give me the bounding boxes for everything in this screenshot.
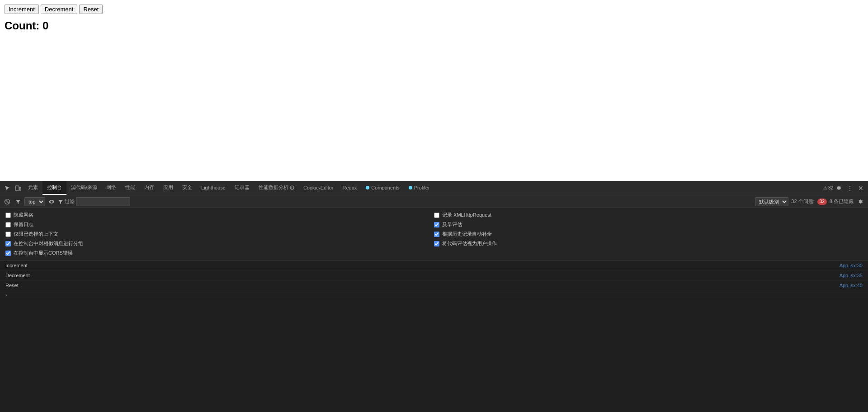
console-row-text-increment: Increment	[5, 263, 840, 268]
console-output: Increment App.jsx:30 Decrement App.jsx:3…	[0, 260, 868, 336]
filter-label: 过滤	[65, 198, 75, 205]
devtools-panel: 元素 控制台 源代码/来源 网络 性能 内存 应用 安全 Lighthouse …	[0, 181, 868, 412]
console-row-reset[interactable]: Reset App.jsx:40	[0, 280, 868, 290]
toolbar-right: 默认级别 32 个问题: 32 8 条已隐藏	[755, 197, 865, 206]
filter-icon[interactable]	[14, 197, 23, 206]
hide-network-checkbox[interactable]	[5, 213, 11, 218]
tab-recorder[interactable]: 记录器	[230, 181, 254, 195]
console-prompt-arrow: ›	[5, 293, 7, 298]
reset-button[interactable]: Reset	[79, 5, 103, 14]
svg-rect-0	[15, 186, 19, 190]
log-xhr-option[interactable]: 记录 XMLHttpRequest	[434, 212, 863, 218]
console-row-link-decrement[interactable]: App.jsx:35	[840, 273, 863, 278]
already-hidden-text: 8 条已隐藏	[830, 198, 854, 205]
tab-profiler[interactable]: Profiler	[404, 181, 434, 195]
settings-gear-icon[interactable]	[834, 183, 844, 194]
user-activation-checkbox[interactable]	[434, 241, 439, 246]
issues-badge: 32	[817, 199, 827, 205]
issues-text: 32 个问题:	[791, 198, 814, 205]
app-count: Count: 0	[5, 19, 863, 32]
tab-redux[interactable]: Redux	[338, 181, 362, 195]
tab-elements[interactable]: 元素	[24, 181, 42, 195]
log-xhr-checkbox[interactable]	[434, 213, 439, 218]
tab-lighthouse[interactable]: Lighthouse	[197, 181, 230, 195]
app-area: Increment Decrement Reset Count: 0	[0, 0, 868, 181]
tab-security[interactable]: 安全	[178, 181, 197, 195]
console-settings-icon[interactable]	[856, 197, 865, 206]
issues-icon[interactable]: ⚠ 32	[823, 183, 834, 194]
console-row-prompt[interactable]: ›	[0, 290, 868, 300]
tab-application[interactable]: 应用	[159, 181, 178, 195]
profiler-dot	[409, 186, 412, 189]
tab-sources[interactable]: 源代码/来源	[66, 181, 102, 195]
svg-text:i: i	[291, 186, 292, 189]
tab-components[interactable]: Components	[361, 181, 404, 195]
svg-line-5	[6, 200, 9, 203]
tab-network[interactable]: 网络	[102, 181, 121, 195]
components-dot	[366, 186, 369, 189]
filter-container: 过滤	[58, 197, 130, 206]
context-selector[interactable]: top	[24, 197, 45, 206]
console-row-text-decrement: Decrement	[5, 273, 840, 278]
autocomplete-option[interactable]: 根据历史记录自动补全	[434, 231, 863, 237]
preserve-log-option[interactable]: 保留日志	[5, 221, 434, 228]
console-settings-panel: 隐藏网络 保留日志 仅限已选择的上下文 在控制台中对相似消息进行分组 在控制台中…	[0, 208, 868, 260]
tab-memory[interactable]: 内存	[140, 181, 159, 195]
issues-tab-count: 32	[828, 185, 833, 190]
app-buttons: Increment Decrement Reset	[5, 5, 863, 14]
console-row-increment[interactable]: Increment App.jsx:30	[0, 260, 868, 270]
inspect-icon[interactable]	[2, 183, 13, 194]
eye-icon[interactable]	[47, 197, 56, 206]
selected-context-checkbox[interactable]	[5, 232, 11, 237]
filter-funnel-icon	[58, 199, 63, 204]
devtools-tabs-bar: 元素 控制台 源代码/来源 网络 性能 内存 应用 安全 Lighthouse …	[0, 181, 868, 195]
show-cors-option[interactable]: 在控制台中显示CORS错误	[5, 250, 434, 256]
hide-network-option[interactable]: 隐藏网络	[5, 212, 434, 218]
close-devtools-icon[interactable]: ✕	[855, 183, 866, 194]
console-row-link-increment[interactable]: App.jsx:30	[840, 263, 863, 268]
settings-right-col: 记录 XMLHttpRequest 及早评估 根据历史记录自动补全 将代码评估视…	[434, 212, 863, 256]
eager-eval-option[interactable]: 及早评估	[434, 221, 863, 228]
tab-console[interactable]: 控制台	[42, 181, 66, 195]
increment-button[interactable]: Increment	[5, 5, 39, 14]
svg-rect-1	[19, 187, 21, 190]
console-row-decrement[interactable]: Decrement App.jsx:35	[0, 270, 868, 280]
preserve-log-checkbox[interactable]	[5, 222, 11, 227]
devtools-empty-area	[0, 336, 868, 412]
level-selector[interactable]: 默认级别	[755, 197, 788, 206]
group-similar-option[interactable]: 在控制台中对相似消息进行分组	[5, 240, 434, 247]
eager-eval-checkbox[interactable]	[434, 222, 439, 227]
selected-context-option[interactable]: 仅限已选择的上下文	[5, 231, 434, 237]
tab-performance[interactable]: 性能	[121, 181, 140, 195]
decrement-button[interactable]: Decrement	[41, 5, 78, 14]
console-row-text-reset: Reset	[5, 283, 840, 288]
group-similar-checkbox[interactable]	[5, 241, 11, 246]
more-options-icon[interactable]: ⋮	[844, 183, 855, 194]
clear-console-icon[interactable]	[3, 197, 12, 206]
console-row-link-reset[interactable]: App.jsx:40	[840, 283, 863, 288]
devtools-toolbar: top 过滤 默认级别 32 个问题: 32 8 条已隐藏	[0, 195, 868, 208]
tab-perf-insights[interactable]: 性能数据分析 i	[254, 181, 299, 195]
show-cors-checkbox[interactable]	[5, 251, 11, 256]
user-activation-option[interactable]: 将代码评估视为用户操作	[434, 240, 863, 247]
tab-cookie-editor[interactable]: Cookie-Editor	[299, 181, 338, 195]
device-icon[interactable]	[13, 183, 24, 194]
settings-left-col: 隐藏网络 保留日志 仅限已选择的上下文 在控制台中对相似消息进行分组 在控制台中…	[5, 212, 434, 256]
filter-input[interactable]	[76, 197, 130, 206]
autocomplete-checkbox[interactable]	[434, 232, 439, 237]
